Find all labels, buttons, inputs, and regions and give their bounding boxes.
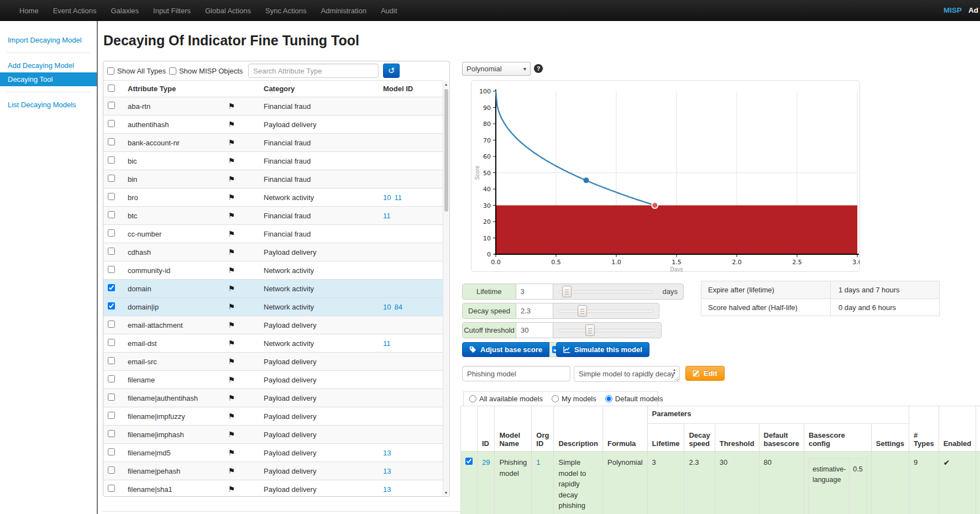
nav-item-sync-actions[interactable]: Sync Actions — [258, 0, 313, 21]
flag-icon[interactable]: ⚑ — [228, 120, 235, 129]
nav-item-input-filters[interactable]: Input Filters — [146, 0, 198, 21]
attribute-select-checkbox[interactable] — [108, 211, 115, 218]
misp-brand[interactable]: MISP — [944, 0, 962, 21]
nav-item-home[interactable]: Home — [12, 0, 46, 21]
attribute-select-checkbox[interactable] — [108, 394, 115, 401]
flag-icon[interactable]: ⚑ — [228, 102, 235, 111]
model-id-link[interactable]: 13 — [383, 485, 391, 494]
model-id-link[interactable]: 13 — [383, 467, 391, 475]
flag-icon[interactable]: ⚑ — [228, 375, 235, 384]
flag-icon[interactable]: ⚑ — [228, 229, 235, 238]
attribute-select-checkbox[interactable] — [108, 102, 115, 109]
nav-item-global-actions[interactable]: Global Actions — [198, 0, 258, 21]
attribute-select-checkbox[interactable] — [108, 138, 115, 145]
model-id-link[interactable]: 11 — [383, 339, 391, 348]
cutoff-threshold-slider[interactable] — [553, 323, 661, 338]
flag-icon[interactable]: ⚑ — [228, 394, 235, 402]
model-filter-radio-default-models[interactable] — [605, 395, 612, 402]
model-id-link[interactable]: 11 — [383, 212, 391, 220]
show-misp-objects-checkbox[interactable] — [169, 67, 176, 75]
attribute-select-checkbox[interactable] — [108, 302, 115, 310]
model-id-link[interactable]: 10 — [383, 303, 391, 311]
model-id-link[interactable]: 10 — [383, 193, 391, 202]
model-id-link[interactable]: 29 — [482, 458, 490, 466]
decay-speed-slider[interactable] — [553, 303, 658, 318]
flag-icon[interactable]: ⚑ — [228, 485, 235, 494]
adjust-base-score-button[interactable]: Adjust base score — [462, 342, 549, 357]
model-id-link[interactable]: 84 — [394, 303, 402, 311]
nav-item-audit[interactable]: Audit — [374, 0, 405, 21]
lifetime-slider[interactable] — [553, 284, 657, 299]
attribute-select-checkbox[interactable] — [108, 321, 115, 328]
slider-handle[interactable] — [578, 305, 587, 317]
decay-speed-input[interactable] — [516, 303, 553, 318]
flag-icon[interactable]: ⚑ — [228, 412, 235, 421]
sidebar-item-add-decaying-model[interactable]: Add Decaying Model — [0, 59, 97, 72]
decay-chart-svg[interactable]: 01020304050607080901000.00.51.01.52.02.5… — [471, 81, 860, 271]
nav-item-administration[interactable]: Administration — [314, 0, 374, 21]
model-name-input[interactable] — [462, 366, 570, 381]
textarea-scroll-icons[interactable]: ▲▼ — [671, 368, 678, 375]
nav-item-event-actions[interactable]: Event Actions — [46, 0, 104, 21]
flag-icon[interactable]: ⚑ — [228, 321, 235, 329]
org-id-link[interactable]: 1 — [536, 458, 540, 466]
flag-icon[interactable]: ⚑ — [228, 430, 235, 439]
nav-item-galaxies[interactable]: Galaxies — [103, 0, 146, 21]
formula-select[interactable]: Polynomial ▾ — [462, 62, 531, 76]
flag-icon[interactable]: ⚑ — [228, 138, 235, 147]
cutoff-threshold-input[interactable] — [516, 323, 553, 338]
model-row-checkbox[interactable] — [465, 458, 473, 465]
attribute-select-checkbox[interactable] — [108, 193, 115, 200]
scroll-down-icon[interactable]: ▼ — [443, 489, 449, 496]
flag-icon[interactable]: ⚑ — [228, 448, 235, 457]
lifetime-input[interactable] — [516, 284, 553, 299]
flag-icon[interactable]: ⚑ — [228, 284, 235, 293]
model-id-link[interactable]: 13 — [383, 449, 391, 457]
model-description-textarea[interactable]: Simple model to rapidly decay ▲▼ — [574, 366, 680, 382]
table-scrollbar[interactable]: ▲ ▼ — [443, 81, 449, 496]
attribute-select-checkbox[interactable] — [108, 175, 115, 182]
attribute-select-checkbox[interactable] — [108, 229, 115, 237]
attribute-select-checkbox[interactable] — [108, 466, 115, 474]
edit-model-button[interactable]: Edit — [685, 366, 725, 381]
model-filter-radio-all-available-models[interactable] — [469, 395, 476, 402]
scrollbar-thumb[interactable] — [444, 89, 448, 212]
sidebar-item-list-decaying-models[interactable]: List Decaying Models — [0, 98, 97, 112]
reset-search-button[interactable]: ↺ — [383, 64, 400, 78]
sidebar-item-decaying-tool[interactable]: Decaying Tool — [0, 72, 97, 86]
search-attribute-input[interactable] — [248, 64, 379, 78]
flag-icon[interactable]: ⚑ — [228, 248, 235, 256]
help-icon[interactable]: ? — [534, 64, 543, 73]
flag-icon[interactable]: ⚑ — [228, 302, 235, 311]
attribute-select-checkbox[interactable] — [108, 357, 115, 364]
nav-user-menu[interactable]: Ad — [968, 0, 978, 21]
model-filter-radio-my-models[interactable] — [552, 395, 559, 402]
attribute-select-checkbox[interactable] — [108, 339, 115, 346]
attribute-select-checkbox[interactable] — [108, 412, 115, 419]
flag-icon[interactable]: ⚑ — [228, 175, 235, 183]
simulate-model-button[interactable]: Simulate this model — [556, 342, 649, 357]
flag-icon[interactable]: ⚑ — [228, 357, 235, 366]
select-all-checkbox[interactable] — [108, 85, 115, 92]
sidebar-item-import-decaying-model[interactable]: Import Decaying Model — [0, 33, 97, 47]
flag-icon[interactable]: ⚑ — [228, 156, 235, 165]
attribute-select-checkbox[interactable] — [108, 156, 115, 164]
model-id-link[interactable]: 11 — [394, 193, 402, 202]
attribute-select-checkbox[interactable] — [108, 375, 115, 382]
attribute-select-checkbox[interactable] — [108, 485, 115, 492]
attribute-select-checkbox[interactable] — [108, 284, 115, 291]
attribute-select-checkbox[interactable] — [108, 266, 115, 273]
slider-handle[interactable] — [562, 286, 572, 297]
attribute-select-checkbox[interactable] — [108, 448, 115, 455]
attribute-select-checkbox[interactable] — [108, 120, 115, 127]
scroll-up-icon[interactable]: ▲ — [443, 81, 449, 87]
attribute-select-checkbox[interactable] — [108, 248, 115, 255]
slider-handle[interactable] — [585, 324, 595, 336]
flag-icon[interactable]: ⚑ — [228, 466, 235, 475]
flag-icon[interactable]: ⚑ — [228, 211, 235, 220]
flag-icon[interactable]: ⚑ — [228, 339, 235, 348]
attribute-select-checkbox[interactable] — [108, 430, 115, 437]
flag-icon[interactable]: ⚑ — [228, 193, 235, 202]
show-all-types-checkbox[interactable] — [107, 67, 114, 75]
flag-icon[interactable]: ⚑ — [228, 266, 235, 275]
